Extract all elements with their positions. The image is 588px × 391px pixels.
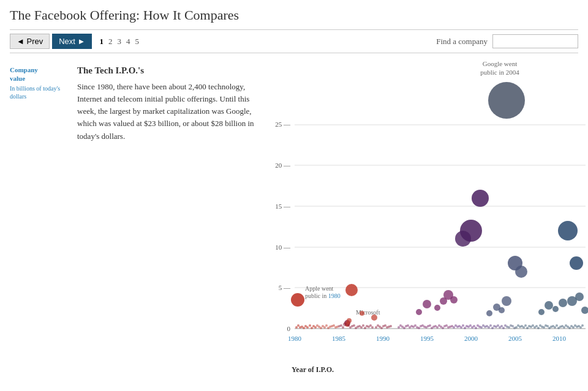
svg-point-188 xyxy=(581,324,584,327)
chart-svg: 25 — 20 — 15 — 10 — 5 — 0 1980 1985 1990… xyxy=(267,72,588,371)
description-text: Since 1980, there have been about 2,400 … xyxy=(77,81,255,143)
svg-point-156 xyxy=(522,326,525,329)
google-bubble xyxy=(488,82,525,119)
svg-point-63 xyxy=(371,326,374,329)
svg-point-33 xyxy=(314,326,317,329)
svg-text:25 —: 25 — xyxy=(275,121,291,128)
page-2[interactable]: 2 xyxy=(108,37,113,47)
page-title: The Facebook Offering: How It Compares xyxy=(10,7,578,23)
svg-point-151 xyxy=(515,266,527,278)
svg-point-97 xyxy=(436,326,439,329)
svg-point-164 xyxy=(537,327,540,329)
svg-point-192 xyxy=(559,299,567,307)
svg-text:1980: 1980 xyxy=(288,335,302,342)
svg-point-30 xyxy=(309,324,311,327)
svg-text:public in 1980: public in 1980 xyxy=(305,292,341,299)
page-3[interactable]: 3 xyxy=(117,37,121,47)
svg-text:1995: 1995 xyxy=(420,335,434,342)
svg-point-39 xyxy=(325,324,328,327)
toolbar: ◄ Prev Next ► 1 2 3 4 5 Find a company xyxy=(10,29,578,53)
svg-point-117 xyxy=(462,324,464,327)
bubble-2011a xyxy=(558,221,578,240)
svg-point-189 xyxy=(538,309,545,315)
svg-point-145 xyxy=(511,325,514,327)
svg-point-73 xyxy=(390,325,392,327)
notable-1985-bubble xyxy=(345,284,358,296)
y-axis-title: Company value xyxy=(10,65,77,83)
svg-point-24 xyxy=(297,324,300,327)
svg-point-50 xyxy=(347,324,350,327)
find-company-input[interactable] xyxy=(492,34,578,48)
svg-point-128 xyxy=(480,326,483,329)
svg-point-169 xyxy=(546,325,549,327)
svg-point-143 xyxy=(508,326,510,329)
description-title: The Tech I.P.O.'s xyxy=(77,65,255,76)
svg-text:2010: 2010 xyxy=(552,335,567,342)
svg-point-132 xyxy=(488,326,490,329)
svg-point-183 xyxy=(572,326,575,329)
svg-point-27 xyxy=(303,327,305,329)
svg-text:Microsoft: Microsoft xyxy=(356,309,380,316)
next-button[interactable]: Next ► xyxy=(52,34,92,49)
svg-point-190 xyxy=(545,301,553,310)
svg-point-57 xyxy=(360,326,363,329)
svg-point-124 xyxy=(475,327,477,329)
svg-point-43 xyxy=(333,324,335,327)
svg-point-23 xyxy=(295,326,298,329)
svg-point-59 xyxy=(364,327,366,329)
svg-point-116 xyxy=(460,326,462,329)
prev-button[interactable]: ◄ Prev xyxy=(10,34,50,49)
svg-text:2005: 2005 xyxy=(508,335,522,342)
svg-point-87 xyxy=(418,327,420,329)
page-4[interactable]: 4 xyxy=(126,37,130,47)
svg-point-76 xyxy=(398,326,400,329)
svg-point-152 xyxy=(515,326,518,329)
svg-point-134 xyxy=(491,327,494,329)
bubble-2011b xyxy=(570,256,583,270)
svg-point-107 xyxy=(423,300,431,308)
svg-point-53 xyxy=(353,324,355,327)
svg-point-187 xyxy=(579,326,582,329)
svg-point-74 xyxy=(360,311,364,316)
svg-point-81 xyxy=(407,324,409,327)
find-company-label: Find a company xyxy=(436,37,488,47)
page-5[interactable]: 5 xyxy=(135,37,139,47)
svg-point-102 xyxy=(445,324,448,327)
svg-point-163 xyxy=(535,325,538,327)
svg-point-49 xyxy=(343,322,347,326)
svg-point-79 xyxy=(403,327,405,329)
svg-point-64 xyxy=(347,318,352,323)
y-axis-subtitle: In billions of today's dollars xyxy=(10,84,77,100)
svg-point-48 xyxy=(342,326,344,329)
svg-point-62 xyxy=(369,324,372,327)
svg-point-121 xyxy=(469,324,472,327)
svg-point-195 xyxy=(581,307,588,314)
svg-point-157 xyxy=(524,324,527,327)
svg-text:20 —: 20 — xyxy=(275,162,291,169)
svg-point-139 xyxy=(500,325,503,327)
svg-text:Apple went: Apple went xyxy=(305,285,334,292)
svg-point-65 xyxy=(375,326,377,329)
page-1[interactable]: 1 xyxy=(99,37,104,47)
svg-point-118 xyxy=(464,327,466,329)
svg-point-178 xyxy=(563,326,565,329)
svg-point-100 xyxy=(442,327,444,329)
svg-text:0: 0 xyxy=(287,325,291,332)
svg-point-70 xyxy=(384,324,386,327)
google-annotation: Google went public in 2004 xyxy=(475,59,524,77)
svg-point-112 xyxy=(453,326,455,329)
svg-point-38 xyxy=(323,326,326,329)
svg-text:15 —: 15 — xyxy=(275,203,291,210)
svg-text:5 —: 5 — xyxy=(279,284,291,291)
svg-point-68 xyxy=(380,327,383,329)
page-numbers: 1 2 3 4 5 xyxy=(99,37,139,47)
svg-point-149 xyxy=(499,307,505,313)
svg-point-75 xyxy=(371,315,377,321)
svg-point-127 xyxy=(455,231,471,247)
svg-point-167 xyxy=(543,326,545,329)
svg-point-191 xyxy=(552,306,559,312)
svg-point-174 xyxy=(556,324,558,327)
svg-point-161 xyxy=(532,324,534,327)
svg-point-29 xyxy=(306,326,309,329)
svg-point-85 xyxy=(414,324,417,327)
